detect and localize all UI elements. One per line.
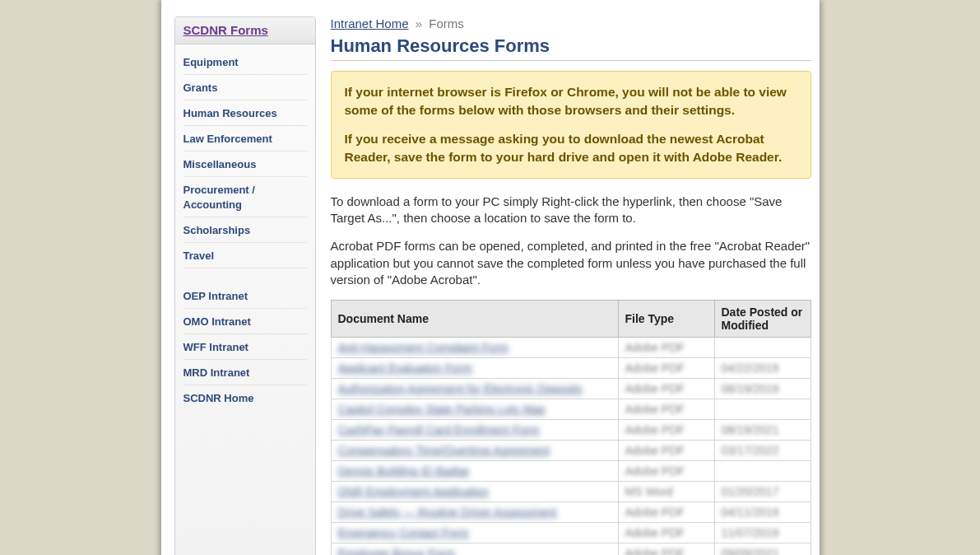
sidebar-gap [183,268,307,280]
sidebar-nav-primary: EquipmentGrantsHuman ResourcesLaw Enforc… [175,44,315,288]
form-link[interactable]: Dennis Building ID Badge [338,464,470,478]
cell-date: 11/07/2019 [714,523,810,543]
cell-document-name: Drive Safely — Routine Driver Assessment [331,502,618,523]
warning-paragraph-2: If you receive a message asking you to d… [345,130,797,166]
sidebar-header: SCDNR Forms [175,17,315,44]
cell-file-type: Adobe PDF [618,399,714,420]
table-row: Authorization Agreement for Electronic D… [331,379,810,399]
cell-document-name: Employee Bonus Form [331,543,618,556]
sidebar-item: Equipment [183,49,307,75]
cell-document-name: Authorization Agreement for Electronic D… [331,379,618,399]
cell-file-type: Adobe PDF [618,523,714,543]
sidebar-item: OMO Intranet [183,309,307,334]
sidebar-nav-secondary: OEP IntranetOMO IntranetWFF IntranetMRD … [175,283,315,418]
cell-date: 03/17/2022 [714,441,810,461]
table-row: Compensatory Time/Overtime AgreementAdob… [331,441,810,461]
cell-date: 09/09/2021 [714,543,810,556]
sidebar-link[interactable]: Equipment [183,56,239,68]
sidebar-link[interactable]: SCDNR Home [183,392,254,404]
sidebar-item: OEP Intranet [183,283,307,309]
sidebar-link[interactable]: Grants [183,82,218,94]
table-row: Capitol Complex State Parking Lots MapAd… [331,399,810,420]
breadcrumb-current: Forms [429,16,464,30]
forms-table: Document Name File Type Date Posted or M… [331,300,811,555]
form-link[interactable]: Emergency Contact Form [338,526,470,539]
sidebar-link[interactable]: Law Enforcement [183,133,272,145]
cell-file-type: Adobe PDF [618,420,714,441]
form-link[interactable]: Compensatory Time/Overtime Agreement [338,444,550,457]
form-link[interactable]: Authorization Agreement for Electronic D… [338,382,583,395]
sidebar-item: Law Enforcement [183,126,307,152]
sidebar-item: Miscellaneous [183,152,307,177]
col-header-type: File Type [618,301,714,338]
cell-date: 04/22/2019 [714,358,810,379]
forms-table-body: Anti-Harassment Complaint FormAdobe PDFA… [331,338,810,556]
sidebar-item: Travel [183,243,307,268]
main-content: Intranet Home » Forms Human Resources Fo… [316,10,820,555]
layout-row: SCDNR Forms EquipmentGrantsHuman Resourc… [161,0,820,555]
sidebar-link[interactable]: WFF Intranet [183,341,248,353]
form-link[interactable]: Applicant Evaluation Form [338,361,472,375]
cell-file-type: MS Word [618,482,714,502]
breadcrumb-home-link[interactable]: Intranet Home [331,16,409,30]
cell-document-name: DNR Employment Application [331,482,618,502]
col-header-date: Date Posted or Modified [714,301,810,338]
sidebar-link[interactable]: MRD Intranet [183,366,250,379]
page-title: Human Resources Forms [331,35,811,61]
col-header-name: Document Name [331,301,618,338]
sidebar-title-link[interactable]: SCDNR Forms [183,23,268,37]
form-link[interactable]: CashPay Payroll Card Enrollment Form [338,423,540,436]
sidebar-link[interactable]: OEP Intranet [183,290,248,302]
form-link[interactable]: Capitol Complex State Parking Lots Map [338,403,546,416]
cell-document-name: Applicant Evaluation Form [331,358,618,379]
sidebar-link[interactable]: Procurement / Accounting [183,184,255,211]
intro-paragraph-2: Acrobat PDF forms can be opened, complet… [331,238,811,288]
table-row: Anti-Harassment Complaint FormAdobe PDF [331,338,810,358]
table-row: Drive Safely — Routine Driver Assessment… [331,502,810,523]
form-link[interactable]: DNR Employment Application [338,485,490,498]
sidebar-link[interactable]: Human Resources [183,107,277,119]
cell-file-type: Adobe PDF [618,502,714,523]
sidebar-item: WFF Intranet [183,334,307,360]
sidebar-item: Grants [183,75,307,100]
page-container: SCDNR Forms EquipmentGrantsHuman Resourc… [161,0,820,555]
sidebar-link[interactable]: Miscellaneous [183,158,257,170]
sidebar-item: Procurement / Accounting [183,177,307,217]
cell-file-type: Adobe PDF [618,379,714,399]
browser-warning-box: If your internet browser is Firefox or C… [331,71,811,179]
sidebar-link[interactable]: OMO Intranet [183,315,251,328]
form-link[interactable]: Drive Safely — Routine Driver Assessment [338,506,557,519]
table-row: CashPay Payroll Card Enrollment FormAdob… [331,420,810,441]
cell-document-name: Dennis Building ID Badge [331,461,618,482]
cell-date [714,461,810,482]
cell-document-name: CashPay Payroll Card Enrollment Form [331,420,618,441]
cell-file-type: Adobe PDF [618,338,714,358]
cell-file-type: Adobe PDF [618,441,714,461]
cell-date: 04/11/2019 [714,502,810,523]
form-link[interactable]: Employee Bonus Form [338,547,455,555]
cell-file-type: Adobe PDF [618,358,714,379]
sidebar-link[interactable]: Scholarships [183,224,251,236]
intro-paragraph-1: To download a form to your PC simply Rig… [331,194,811,227]
warning-paragraph-1: If your internet browser is Firefox or C… [345,83,797,119]
breadcrumb: Intranet Home » Forms [331,16,811,30]
table-row: Emergency Contact FormAdobe PDF11/07/201… [331,523,810,543]
cell-date [714,338,810,358]
cell-document-name: Anti-Harassment Complaint Form [331,338,618,358]
breadcrumb-separator: » [416,16,422,30]
sidebar-item: MRD Intranet [183,360,307,385]
table-row: DNR Employment ApplicationMS Word01/20/2… [331,482,810,502]
cell-date [714,399,810,420]
form-link[interactable]: Anti-Harassment Complaint Form [338,341,509,354]
cell-file-type: Adobe PDF [618,461,714,482]
cell-date: 08/19/2019 [714,379,810,399]
cell-date: 01/20/2017 [714,482,810,502]
table-row: Dennis Building ID BadgeAdobe PDF [331,461,810,482]
cell-document-name: Emergency Contact Form [331,523,618,543]
sidebar-item: SCDNR Home [183,385,307,410]
sidebar-item: Scholarships [183,217,307,243]
cell-date: 08/19/2021 [714,420,810,441]
table-row: Employee Bonus FormAdobe PDF09/09/2021 [331,543,810,556]
cell-document-name: Compensatory Time/Overtime Agreement [331,441,618,461]
sidebar-link[interactable]: Travel [183,250,215,262]
